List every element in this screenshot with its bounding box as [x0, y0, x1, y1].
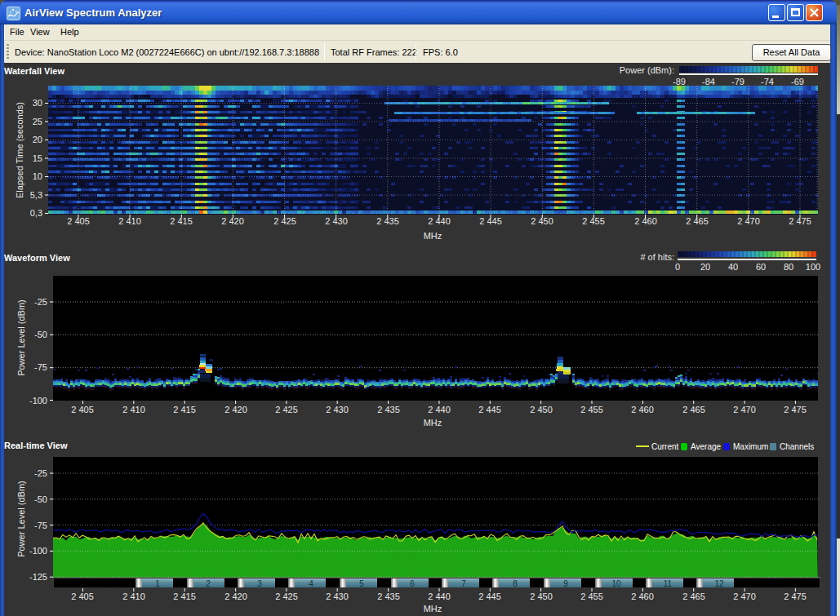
svg-text:5: 5 [359, 579, 364, 588]
svg-text:11: 11 [664, 579, 673, 588]
svg-text:1: 1 [155, 579, 160, 588]
svg-text:6: 6 [410, 579, 415, 588]
svg-text:10: 10 [611, 579, 621, 588]
svg-text:8: 8 [513, 579, 518, 588]
svg-text:4: 4 [309, 579, 313, 588]
svg-text:3: 3 [257, 579, 262, 588]
svg-text:2: 2 [206, 579, 211, 588]
svg-text:7: 7 [461, 579, 466, 588]
svg-text:9: 9 [563, 579, 568, 588]
svg-text:12: 12 [714, 579, 724, 588]
